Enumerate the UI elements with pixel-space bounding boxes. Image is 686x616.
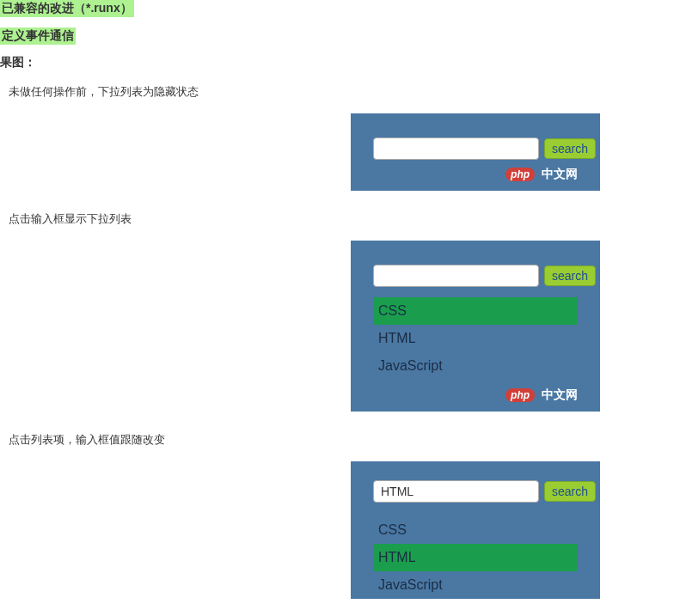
watermark: php 中文网 bbox=[373, 167, 578, 184]
dropdown-item-css[interactable]: CSS bbox=[373, 516, 578, 544]
search-button[interactable]: search bbox=[544, 481, 596, 502]
dropdown-item-javascript[interactable]: JavaScript bbox=[373, 352, 578, 380]
dropdown-item-html[interactable]: HTML bbox=[373, 325, 578, 352]
highlighted-text-1: 已兼容的改进（*.runx） bbox=[0, 0, 134, 17]
highlighted-text-2: 定义事件通信 bbox=[0, 27, 76, 45]
demo-box-1: search php 中文网 bbox=[351, 113, 600, 191]
search-row: search bbox=[373, 480, 578, 503]
search-input[interactable] bbox=[373, 480, 539, 503]
search-button[interactable]: search bbox=[544, 138, 596, 159]
dropdown-item-css[interactable]: CSS bbox=[373, 297, 578, 325]
result-label: 果图： bbox=[0, 55, 686, 70]
demo-box-2: search CSS HTML JavaScript php 中文网 bbox=[351, 241, 600, 411]
step-2-description: 点击输入框显示下拉列表 bbox=[9, 211, 686, 227]
php-badge-icon: php bbox=[505, 168, 535, 181]
step-1-description: 未做任何操作前，下拉列表为隐藏状态 bbox=[9, 84, 686, 100]
search-input[interactable] bbox=[373, 137, 539, 160]
watermark: php 中文网 bbox=[373, 387, 578, 404]
search-row: search bbox=[373, 265, 578, 287]
search-row: search bbox=[373, 137, 578, 160]
search-button[interactable]: search bbox=[544, 265, 596, 286]
dropdown-item-html[interactable]: HTML bbox=[373, 544, 578, 571]
dropdown-list: CSS HTML JavaScript bbox=[373, 516, 578, 599]
watermark-text: 中文网 bbox=[542, 167, 578, 180]
demo-box-3: search CSS HTML JavaScript bbox=[351, 461, 600, 599]
dropdown-list: CSS HTML JavaScript bbox=[373, 297, 578, 380]
dropdown-item-javascript[interactable]: JavaScript bbox=[373, 571, 578, 599]
search-input[interactable] bbox=[373, 265, 539, 287]
watermark-text: 中文网 bbox=[542, 387, 578, 401]
step-3-description: 点击列表项，输入框值跟随改变 bbox=[9, 432, 686, 448]
php-badge-icon: php bbox=[505, 388, 535, 402]
